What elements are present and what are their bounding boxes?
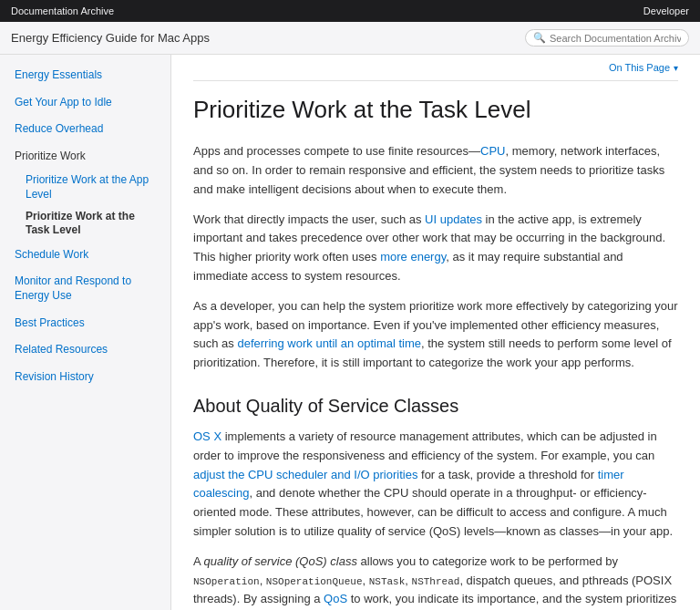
paragraph-2: Work that directly impacts the user, suc… — [193, 211, 678, 286]
search-input[interactable] — [550, 33, 681, 44]
paragraph-3: As a developer, you can help the system … — [193, 297, 678, 373]
sidebar-item-get-your-app-to-idle[interactable]: Get Your App to Idle — [0, 89, 170, 117]
sidebar-item-energy-essentials[interactable]: Energy Essentials — [0, 62, 170, 89]
osx-link[interactable]: OS X — [193, 429, 221, 443]
on-this-page-label: On This Page — [609, 62, 670, 73]
search-box[interactable]: 🔍 — [525, 29, 689, 47]
adjust-cpu-link[interactable]: adjust the CPU scheduler and I/O priorit… — [193, 468, 417, 481]
top-navigation-bar: Documentation Archive Developer — [0, 0, 700, 22]
sidebar-item-revision-history[interactable]: Revision History — [0, 364, 170, 391]
sidebar-item-reduce-overhead[interactable]: Reduce Overhead — [0, 116, 170, 143]
chevron-down-icon: ▾ — [674, 63, 678, 73]
site-title: Energy Efficiency Guide for Mac Apps — [11, 31, 210, 45]
more-energy-link[interactable]: more energy — [380, 250, 446, 264]
sidebar-item-prioritize-work[interactable]: Prioritize Work — [0, 143, 170, 171]
section-title-qos: About Quality of Service Classes — [193, 395, 678, 417]
section-paragraph-1: OS X implements a variety of resource ma… — [193, 428, 678, 542]
deferring-link[interactable]: deferring work until an optimal time — [237, 336, 421, 350]
main-layout: Energy Essentials Get Your App to Idle R… — [0, 55, 700, 610]
page-title: Prioritize Work at the Task Level — [193, 96, 678, 124]
sidebar-item-monitor-respond[interactable]: Monitor and Respond to Energy Use — [0, 268, 170, 309]
search-icon: 🔍 — [533, 32, 546, 44]
developer-label: Developer — [643, 5, 689, 16]
sidebar-subitem-prioritize-app-level[interactable]: Prioritize Work at the App Level — [0, 170, 170, 205]
sidebar-item-related-resources[interactable]: Related Resources — [0, 336, 170, 364]
qos-link[interactable]: QoS — [324, 592, 347, 605]
sidebar-item-best-practices[interactable]: Best Practices — [0, 310, 170, 337]
on-this-page-bar[interactable]: On This Page ▾ — [193, 55, 678, 81]
secondary-nav-bar: Energy Efficiency Guide for Mac Apps 🔍 — [0, 22, 700, 55]
content-area: On This Page ▾ Prioritize Work at the Ta… — [171, 55, 700, 610]
cpu-link[interactable]: CPU — [480, 144, 505, 158]
paragraph-1: Apps and processes compete to use finite… — [193, 142, 678, 199]
section-paragraph-2: A quality of service (QoS) class allows … — [193, 553, 678, 610]
sidebar: Energy Essentials Get Your App to Idle R… — [0, 55, 171, 610]
sidebar-subitem-prioritize-task-level[interactable]: Prioritize Work at the Task Level — [0, 206, 170, 242]
doc-archive-label: Documentation Archive — [11, 5, 114, 16]
ui-updates-link[interactable]: UI updates — [425, 212, 482, 226]
sidebar-item-schedule-work[interactable]: Schedule Work — [0, 242, 170, 269]
